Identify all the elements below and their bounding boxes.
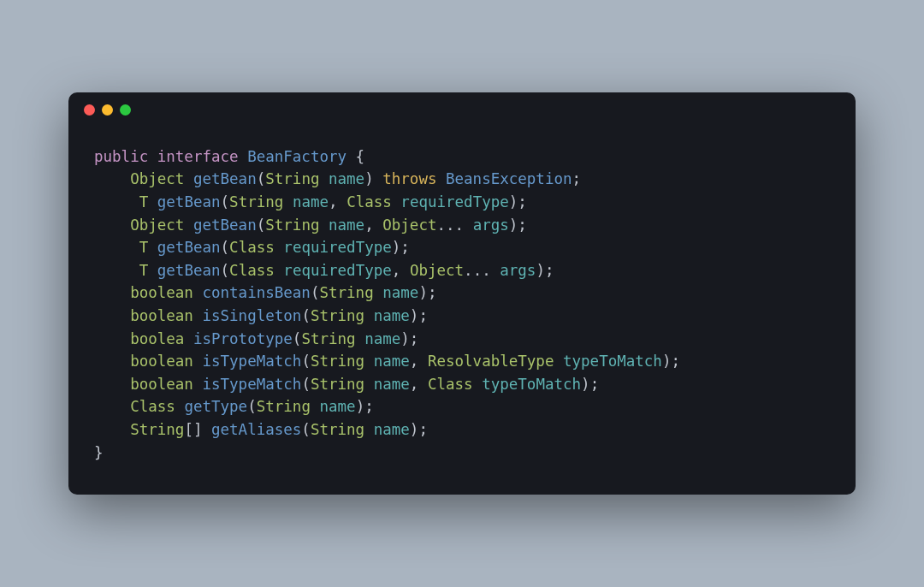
class-name: BeanFactory: [247, 148, 346, 165]
minimize-icon[interactable]: [102, 104, 113, 116]
keyword-throws: throws: [382, 170, 436, 187]
code-window: public interface BeanFactory { Object ge…: [68, 92, 856, 495]
close-icon[interactable]: [84, 104, 95, 116]
keyword-interface: interface: [157, 148, 239, 165]
method-name: getBean: [193, 170, 257, 187]
exception-name: BeansException: [446, 170, 572, 187]
return-type: Object: [130, 170, 184, 187]
code-block: public interface BeanFactory { Object ge…: [68, 128, 856, 495]
window-titlebar: [68, 92, 856, 128]
zoom-icon[interactable]: [120, 104, 131, 116]
keyword-public: public: [94, 148, 148, 165]
